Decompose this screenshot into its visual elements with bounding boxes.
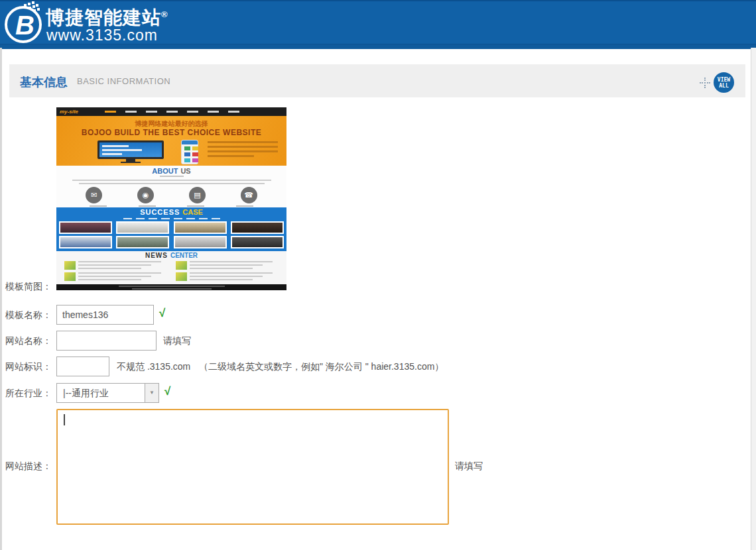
text-cursor: [64, 414, 65, 425]
fax-icon: ▤: [189, 187, 206, 203]
brand-logo-icon: B: [5, 6, 42, 43]
site-id-input[interactable]: [56, 357, 109, 376]
industry-label: 所在行业：: [5, 388, 52, 400]
template-name-input[interactable]: [56, 305, 154, 325]
header-bottom-band: [0, 44, 756, 49]
app-header: B 博捷智能建站® www.3135.com: [0, 0, 756, 48]
chevron-down-icon[interactable]: ▼: [145, 384, 158, 402]
section-title: 基本信息: [20, 74, 68, 90]
section-subtitle: BASIC INFORMATION: [77, 76, 170, 86]
page: B 博捷智能建站® www.3135.com 基本信息 BASIC INFORM…: [0, 0, 756, 550]
crosshair-dots-icon[interactable]: [704, 82, 706, 83]
site-id-hint2: （二级域名英文或数字，例如" 海尔公司 " haier.3135.com）: [199, 361, 444, 373]
template-preview-image: my-site 博捷网络建站最好的选择 BOJOO BUILD THE BEST…: [56, 107, 286, 290]
view-all-button[interactable]: VIEWALL: [714, 72, 734, 93]
preview-hero-en: BOJOO BUILD THE BEST CHOICE WEBSITE: [56, 128, 286, 137]
template-name-label: 模板名称：: [5, 309, 52, 321]
preview-navbar: my-site: [56, 107, 286, 116]
thumb-label: 模板简图：: [5, 281, 52, 293]
left-page-edge: [0, 48, 2, 550]
vertical-scrollbar[interactable]: [751, 48, 756, 550]
site-name-label: 网站名称：: [5, 335, 52, 347]
section-header: 基本信息 BASIC INFORMATION VIEWALL: [9, 64, 745, 97]
site-name-input[interactable]: [56, 331, 157, 351]
preview-hero-paragraph: [208, 141, 278, 160]
template-name-valid-check: √: [159, 307, 165, 320]
logo-pixel-dots-icon: [24, 4, 27, 7]
email-icon: ✉: [86, 187, 102, 203]
preview-footer: [56, 284, 286, 290]
site-name-hint: 请填写: [163, 335, 191, 347]
preview-hero: 博捷网络建站最好的选择 BOJOO BUILD THE BEST CHOICE …: [56, 116, 286, 166]
preview-about-section: ABOUTUS ✉ ◉ ▤ ☎: [56, 166, 286, 207]
preview-nav-items: [105, 111, 239, 113]
preview-news-section: NEWSCENTER: [56, 251, 286, 284]
registered-mark: ®: [161, 9, 168, 19]
preview-success-section: SUCCESSCASE: [56, 207, 286, 251]
preview-phone-graphic: [181, 140, 198, 164]
logo-letter: B: [15, 10, 34, 40]
brand-url: www.3135.com: [46, 27, 158, 44]
preview-hero-zh: 博捷网络建站最好的选择: [56, 119, 286, 129]
industry-select[interactable]: |--通用行业 ▼: [56, 383, 159, 403]
description-textarea[interactable]: [56, 409, 449, 525]
preview-monitor-graphic: [97, 140, 164, 159]
preview-logo: my-site: [60, 107, 78, 116]
location-icon: ◉: [137, 187, 154, 203]
industry-selected-value: |--通用行业: [63, 388, 109, 400]
site-id-label: 网站标识：: [5, 361, 52, 373]
description-hint: 请填写: [455, 461, 483, 472]
industry-valid-check: √: [164, 385, 170, 398]
phone-icon: ☎: [241, 187, 257, 203]
site-id-hint1: 不规范 .3135.com: [117, 361, 190, 373]
description-label: 网站描述：: [5, 461, 52, 472]
